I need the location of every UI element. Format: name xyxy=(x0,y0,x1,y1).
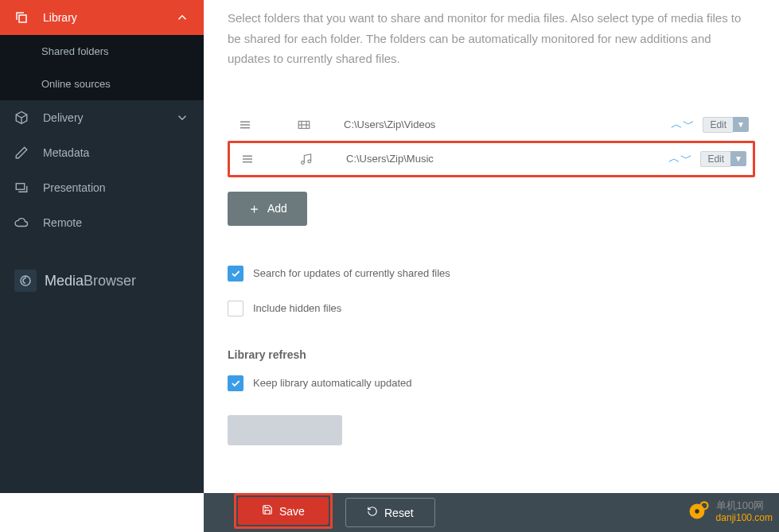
nav-library-label: Library xyxy=(43,11,77,24)
move-up-down[interactable]: ︿﹀ xyxy=(671,117,695,132)
layers-icon xyxy=(14,181,29,195)
svg-point-15 xyxy=(695,509,699,513)
plus-icon: ＋ xyxy=(247,200,261,218)
drag-handle-icon[interactable] xyxy=(236,152,259,166)
nav-presentation[interactable]: Presentation xyxy=(0,170,204,205)
brand-logo-icon xyxy=(14,270,37,292)
nav-delivery-label: Delivery xyxy=(43,111,84,124)
edit-dropdown[interactable]: ▼ xyxy=(733,117,749,132)
watermark-label: 单机100网 xyxy=(716,499,773,512)
svg-rect-0 xyxy=(19,15,26,22)
copy-icon xyxy=(14,10,29,25)
watermark-logo-icon xyxy=(683,497,711,526)
nav-remote[interactable]: Remote xyxy=(0,205,204,240)
folder-row: C:\Users\Zip\Videos ︿﹀ Edit ▼ xyxy=(228,109,755,141)
folder-list: C:\Users\Zip\Videos ︿﹀ Edit ▼ C:\Users\Z… xyxy=(228,109,755,226)
edit-button[interactable]: Edit xyxy=(700,151,731,167)
checkbox-label: Keep library automatically updated xyxy=(253,377,411,389)
edit-button[interactable]: Edit xyxy=(703,117,734,133)
music-icon xyxy=(267,152,346,166)
sidebar: Library Shared folders Online sources De… xyxy=(0,0,204,493)
edit-icon xyxy=(14,146,29,160)
svg-rect-1 xyxy=(16,184,25,190)
partial-button[interactable] xyxy=(228,415,342,445)
save-icon xyxy=(262,504,273,518)
folder-row: C:\Users\Zip\Music ︿﹀ Edit ▼ xyxy=(228,141,755,177)
chevron-down-icon xyxy=(175,111,189,125)
checkbox-label: Include hidden files xyxy=(253,302,341,314)
checkbox-auto-update[interactable]: Keep library automatically updated xyxy=(228,375,755,391)
reset-icon xyxy=(367,506,378,519)
nav-shared-folders[interactable]: Shared folders xyxy=(0,35,204,68)
nav-presentation-label: Presentation xyxy=(43,181,106,194)
watermark: 单机100网 danji100.com xyxy=(683,497,773,526)
brand: MediaBrowser xyxy=(0,252,204,309)
save-highlight: Save xyxy=(234,493,333,529)
cube-icon xyxy=(14,111,29,125)
checkbox-label: Search for updates of currently shared f… xyxy=(253,267,450,279)
checkbox-icon[interactable] xyxy=(228,301,243,316)
add-button[interactable]: ＋ Add xyxy=(228,192,307,226)
checkbox-hidden-files[interactable]: Include hidden files xyxy=(228,301,755,316)
chevron-up-icon xyxy=(175,10,189,25)
checkbox-icon[interactable] xyxy=(228,266,243,282)
brand-text: MediaBrowser xyxy=(45,273,136,289)
main-content: Select folders that you want to share an… xyxy=(204,0,779,493)
library-refresh-title: Library refresh xyxy=(228,348,755,361)
move-up-down[interactable]: ︿﹀ xyxy=(668,151,692,166)
folder-path: C:\Users\Zip\Music xyxy=(346,153,668,165)
intro-text: Select folders that you want to share an… xyxy=(204,0,779,69)
checkbox-search-updates[interactable]: Search for updates of currently shared f… xyxy=(228,266,755,282)
nav-library[interactable]: Library xyxy=(0,0,204,35)
checkbox-icon[interactable] xyxy=(228,375,243,391)
drag-handle-icon[interactable] xyxy=(234,118,256,132)
nav-metadata[interactable]: Metadata xyxy=(0,135,204,170)
options-section: Search for updates of currently shared f… xyxy=(228,266,755,316)
folder-path: C:\Users\Zip\Videos xyxy=(344,118,671,130)
video-icon xyxy=(264,118,344,132)
edit-dropdown[interactable]: ▼ xyxy=(730,151,746,166)
watermark-url: danji100.com xyxy=(716,512,773,523)
nav-delivery[interactable]: Delivery xyxy=(0,100,204,135)
refresh-options: Keep library automatically updated xyxy=(228,375,755,391)
save-button[interactable]: Save xyxy=(238,497,329,525)
nav-metadata-label: Metadata xyxy=(43,146,89,159)
nav-remote-label: Remote xyxy=(43,216,82,229)
nav-online-sources[interactable]: Online sources xyxy=(0,68,204,100)
cloud-icon xyxy=(14,216,29,230)
reset-button[interactable]: Reset xyxy=(345,498,435,527)
